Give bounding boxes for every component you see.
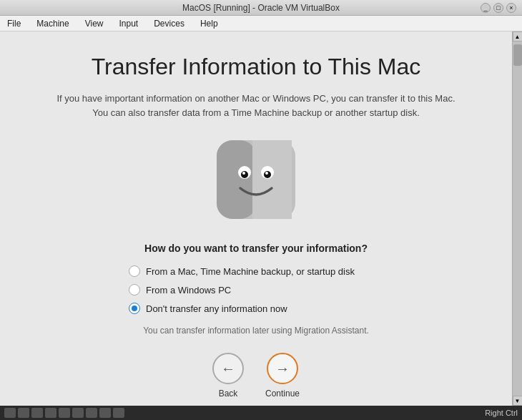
content-area: Transfer Information to This Mac If you …: [0, 31, 512, 406]
menubar: File Machine View Input Devices Help: [0, 16, 522, 31]
radio-option-windows[interactable]: From a Windows PC: [129, 284, 355, 296]
statusbar-icon-5: [59, 408, 70, 418]
statusbar-icon-3: [31, 408, 43, 418]
menu-machine[interactable]: Machine: [34, 17, 72, 30]
scroll-up-button[interactable]: ▲: [513, 31, 523, 41]
minimize-button[interactable]: _: [481, 3, 491, 13]
statusbar-icon-6: [72, 408, 84, 418]
finder-icon: [213, 137, 299, 223]
window-controls[interactable]: _ □ ×: [481, 3, 516, 13]
svg-rect-1: [217, 140, 256, 219]
statusbar-icon-1: [4, 408, 16, 418]
svg-rect-2: [252, 140, 292, 219]
back-button-circle: ←: [212, 353, 244, 384]
radio-label-none: Don't transfer any information now: [146, 303, 287, 314]
statusbar: Right Ctrl: [0, 406, 522, 420]
subtitle-line1: If you have important information on ano…: [56, 93, 455, 104]
helper-text: You can transfer information later using…: [143, 326, 369, 336]
statusbar-icon-4: [45, 408, 56, 418]
svg-point-5: [242, 172, 245, 175]
continue-button[interactable]: → Continue: [265, 353, 300, 399]
menu-devices[interactable]: Devices: [151, 17, 187, 30]
titlebar-title: MacOS [Running] - Oracle VM VirtualBox: [182, 3, 340, 13]
back-button[interactable]: ← Back: [212, 353, 244, 399]
back-arrow-icon: ←: [221, 361, 235, 377]
titlebar: MacOS [Running] - Oracle VM VirtualBox _…: [0, 0, 522, 16]
radio-circle-mac[interactable]: [129, 265, 140, 277]
page-title: Transfer Information to This Mac: [92, 53, 421, 80]
statusbar-icon-7: [86, 408, 97, 418]
menu-help[interactable]: Help: [197, 17, 221, 30]
menu-view[interactable]: View: [82, 17, 107, 30]
radio-option-none[interactable]: Don't transfer any information now: [129, 303, 355, 314]
subtitle: If you have important information on ano…: [56, 92, 455, 119]
back-button-label: Back: [219, 389, 238, 399]
scroll-down-button[interactable]: ▼: [513, 396, 523, 406]
statusbar-icon-2: [18, 408, 29, 418]
radio-circle-none[interactable]: [129, 303, 140, 314]
subtitle-line2: You can also transfer data from a Time M…: [92, 107, 420, 118]
statusbar-icons: [4, 408, 124, 418]
button-row: ← Back → Continue: [212, 353, 300, 399]
right-ctrl-label: Right Ctrl: [485, 409, 518, 417]
scrollbar[interactable]: ▲ ▼: [512, 31, 522, 406]
scroll-thumb[interactable]: [513, 44, 522, 66]
radio-group: From a Mac, Time Machine backup, or star…: [129, 265, 355, 314]
menu-input[interactable]: Input: [117, 17, 142, 30]
radio-dot-none: [132, 306, 137, 311]
continue-arrow-icon: →: [275, 361, 290, 377]
menu-file[interactable]: File: [4, 17, 24, 30]
radio-label-mac: From a Mac, Time Machine backup, or star…: [146, 266, 355, 277]
radio-circle-windows[interactable]: [129, 284, 140, 296]
close-button[interactable]: ×: [506, 3, 516, 13]
svg-point-8: [265, 172, 268, 175]
statusbar-icon-8: [99, 408, 111, 418]
continue-button-label: Continue: [265, 389, 300, 399]
statusbar-icon-9: [113, 408, 124, 418]
continue-button-circle: →: [267, 353, 298, 384]
radio-label-windows: From a Windows PC: [146, 285, 231, 296]
maximize-button[interactable]: □: [493, 3, 503, 13]
radio-option-mac[interactable]: From a Mac, Time Machine backup, or star…: [129, 265, 355, 277]
main-window: Transfer Information to This Mac If you …: [0, 31, 522, 406]
transfer-question: How do you want to transfer your informa…: [144, 243, 368, 254]
